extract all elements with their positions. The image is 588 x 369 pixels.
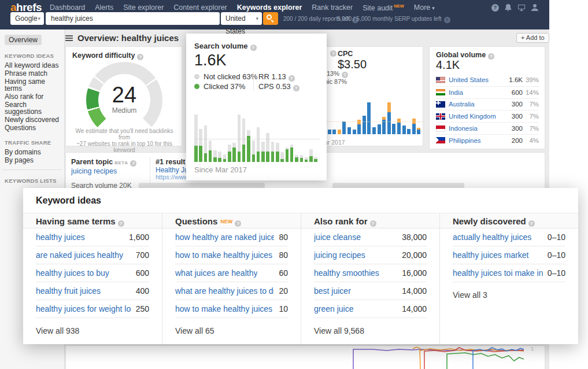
help-icon[interactable] xyxy=(289,75,295,82)
gray-dot-icon xyxy=(194,74,199,79)
view-all-link[interactable]: View all 3 xyxy=(453,290,565,300)
keyword-row: green juice14,000 xyxy=(314,300,427,318)
help-icon[interactable] xyxy=(250,45,257,51)
legend-not-clicked: Not clicked 63% xyxy=(194,72,257,82)
country-share: 4% xyxy=(523,137,539,144)
help-icon[interactable] xyxy=(488,53,494,60)
country-link[interactable]: Australia xyxy=(449,101,475,108)
sidebar-item-by-pages[interactable]: By pages xyxy=(0,156,64,164)
green-dot-icon xyxy=(194,84,199,89)
country-link[interactable]: United States xyxy=(449,76,489,83)
help-icon[interactable] xyxy=(137,54,143,60)
uk-flag-icon xyxy=(436,113,445,120)
keyword-row: healthy juices to buy600 xyxy=(36,264,149,282)
serp-updates-counter: 5,000 / 5,000 monthly SERP updates left xyxy=(337,16,450,23)
kd-note: We estimate that you'll need backlinks f… xyxy=(69,128,179,153)
return-rate: RR 1.13 xyxy=(258,72,299,82)
bell-icon[interactable] xyxy=(504,3,512,12)
hamburger-icon[interactable] xyxy=(65,35,73,36)
keyword-volume: 60 xyxy=(279,268,288,278)
position-history-chart[interactable] xyxy=(66,346,545,369)
keyword-link[interactable]: juice cleanse xyxy=(314,233,361,242)
column-header: Having same terms xyxy=(23,213,162,228)
country-share: 39% xyxy=(523,76,539,83)
sidebar-item-also-rank-for[interactable]: Also rank for xyxy=(0,93,64,101)
help-icon[interactable] xyxy=(235,220,241,227)
help-icon[interactable] xyxy=(130,160,136,167)
keyword-volume: 14,000 xyxy=(402,304,427,313)
help-icon[interactable] xyxy=(491,4,499,12)
keyword-link[interactable]: healthy juices to buy xyxy=(36,268,109,278)
keyword-volume: 14,000 xyxy=(402,286,427,296)
sidebar-item-questions[interactable]: Questions xyxy=(0,124,64,132)
keyword-link[interactable]: healthy juices for weight loss xyxy=(36,304,131,313)
keyword-link[interactable]: what are healthy juices to drink xyxy=(175,286,274,296)
clicks-legend: Not clicked 63% Clicked 37% xyxy=(194,72,257,91)
keyword-volume: 16,000 xyxy=(402,268,427,278)
sidebar-item-having-same-terms[interactable]: Having same terms xyxy=(0,78,64,93)
sidebar-item-search-suggestions[interactable]: Search suggestions xyxy=(0,101,64,116)
help-icon[interactable] xyxy=(370,220,376,227)
sidebar-item-all-keyword-ideas[interactable]: All keyword ideas xyxy=(0,61,64,69)
country-select[interactable]: United States▾ xyxy=(221,12,262,25)
sidebar-item-newly-discovered[interactable]: Newly discovered xyxy=(0,116,64,124)
keyword-link[interactable]: how healthy are naked juices xyxy=(175,233,274,242)
view-all-link[interactable]: View all 938 xyxy=(36,326,149,335)
help-icon[interactable] xyxy=(528,220,535,227)
help-icon[interactable] xyxy=(293,85,299,91)
keyword-link[interactable]: green juice xyxy=(314,304,354,313)
page-title: Overview: healthy juices xyxy=(77,33,179,43)
help-icon[interactable] xyxy=(118,220,124,227)
keyword-volume: 38,000 xyxy=(402,233,427,242)
keyword-link[interactable]: healthy smoothies xyxy=(314,268,379,278)
engine-select[interactable]: Google▾ xyxy=(10,12,44,25)
keyword-link[interactable]: how to make healthy juices at home xyxy=(175,304,274,313)
keyword-link[interactable]: are naked juices healthy xyxy=(36,250,123,260)
country-row: United States1.6K39% xyxy=(436,74,539,86)
country-link[interactable]: Indonesia xyxy=(449,125,478,132)
keyword-ideas-overlay: Keyword ideas Having same terms healthy … xyxy=(23,188,578,344)
user-icon[interactable] xyxy=(531,3,539,12)
rr-cps-block: RR 1.13 CPS 0.53 xyxy=(258,72,299,91)
parent-topic-link[interactable]: juicing recipes xyxy=(71,167,117,175)
keyword-link[interactable]: actually healthy juices xyxy=(453,233,531,242)
keyword-row: healthy fruit juices400 xyxy=(36,282,149,300)
add-to-button[interactable]: + Add to xyxy=(516,33,549,43)
chevron-down-icon: ▾ xyxy=(38,12,40,25)
view-all-link[interactable]: View all 9,568 xyxy=(314,326,427,335)
monitor-icon[interactable] xyxy=(517,3,526,12)
keyword-link[interactable]: best juicer xyxy=(314,286,351,296)
sidebar-item-overview[interactable]: Overview xyxy=(5,35,42,45)
keyword-row: best juicer14,000 xyxy=(314,282,427,300)
cpc-since-label: ar 2017 xyxy=(324,139,345,146)
country-link[interactable]: United Kingdom xyxy=(449,113,496,120)
help-icon[interactable] xyxy=(444,17,450,23)
search-button[interactable] xyxy=(263,12,278,25)
keyword-link[interactable]: what juices are healthy xyxy=(175,268,257,278)
keyword-link[interactable]: juicing recipes xyxy=(314,250,365,260)
kd-label: Medium xyxy=(66,106,183,115)
country-link[interactable]: Philippines xyxy=(449,137,481,144)
country-share: 7% xyxy=(523,125,539,132)
clicks-trend-chart[interactable] xyxy=(323,101,424,134)
keyword-link[interactable]: healthy juices toi make in juicer xyxy=(453,268,543,278)
keyword-link[interactable]: healthy fruit juices xyxy=(36,286,101,296)
parent-topic-title: Parent topicBETA xyxy=(71,158,136,167)
keyword-link[interactable]: healthy juices xyxy=(36,233,85,242)
keyword-volume: 0–10 xyxy=(548,250,565,260)
view-all-link[interactable]: View all 65 xyxy=(175,326,288,335)
sidebar-item-phrase-match[interactable]: Phrase match xyxy=(0,69,64,78)
help-icon[interactable] xyxy=(330,50,336,57)
keyword-input[interactable] xyxy=(46,12,220,25)
keyword-volume: 1,600 xyxy=(129,233,149,242)
keyword-link[interactable]: healthy juices market xyxy=(453,250,529,260)
philippines-flag-icon xyxy=(436,137,445,143)
sidebar-item-by-domains[interactable]: By domains xyxy=(0,148,64,156)
keyword-ideas-title: Keyword ideas xyxy=(36,195,101,206)
country-link[interactable]: India xyxy=(449,89,463,96)
keyword-link[interactable]: how to make healthy juices xyxy=(175,250,272,260)
help-icon[interactable] xyxy=(342,72,348,78)
search-volume-trend-chart[interactable] xyxy=(194,111,320,162)
country-row: Philippines2004% xyxy=(436,134,539,146)
column-header: QuestionsNEW xyxy=(162,213,301,228)
